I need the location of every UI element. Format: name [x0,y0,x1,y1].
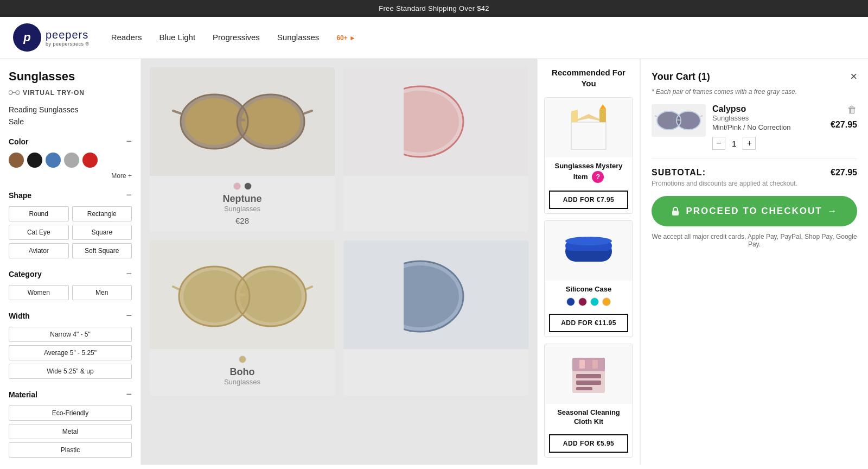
rec-mystery-add-btn[interactable]: ADD FOR €7.95 [549,191,628,209]
rec-kit-info: Seasonal Cleaning Cloth Kit [545,404,633,434]
product-neptune-image [150,67,335,176]
product-partial-2-info [343,349,528,362]
cart-item-calypso-img [652,104,706,137]
case-color-maroon[interactable] [578,297,587,306]
cart-close-button[interactable]: × [850,69,857,84]
material-filter-header[interactable]: Material − [9,389,132,400]
rec-kit-name: Seasonal Cleaning Cloth Kit [549,408,628,427]
material-list: Eco-Friendly Metal Plastic [9,405,132,458]
svg-rect-42 [579,360,585,369]
svg-line-21 [306,287,312,289]
width-filter-header[interactable]: Width − [9,310,132,321]
product-partial-1-info [343,176,528,189]
width-list: Narrow 4" - 5" Average 5" - 5.25" Wide 5… [9,327,132,379]
material-collapse[interactable]: − [126,389,132,400]
partial-blue-svg [404,254,469,335]
svg-line-9 [304,111,312,113]
rec-kit-add-btn[interactable]: ADD FOR €5.95 [549,434,628,453]
category-filter-header[interactable]: Category − [9,268,132,280]
product-neptune[interactable]: Neptune Sunglasses €28 [150,67,335,232]
material-plastic[interactable]: Plastic [9,442,132,458]
cart-delete-btn[interactable]: 🗑 [847,104,857,116]
material-metal[interactable]: Metal [9,424,132,439]
nav-blue-light[interactable]: Blue Light [159,33,195,42]
rec-kit-img [545,344,633,404]
width-filter-section: Width − Narrow 4" - 5" Average 5" - 5.25… [9,310,132,379]
neptune-color-pink[interactable] [233,182,241,190]
logo-icon: p [13,23,41,52]
neptune-price: €28 [156,216,328,225]
sidebar-reading-sunglasses[interactable]: Reading Sunglasses [9,105,132,114]
svg-rect-40 [576,381,601,385]
category-women[interactable]: Women [9,285,69,300]
category-filter-section: Category − Women Men [9,268,132,300]
color-label: Color [9,137,29,146]
rec-item-mystery: Sunglasses Mystery Item ? ADD FOR €7.95 [544,97,633,214]
boho-glasses-svg [172,254,313,335]
shape-soft-square[interactable]: Soft Square [72,243,132,258]
color-collapse[interactable]: − [126,136,132,147]
cart-item-price: €27.95 [831,120,857,130]
product-boho[interactable]: Boho Sunglasses [150,240,335,396]
qty-decrease-btn[interactable]: − [712,137,725,150]
case-color-teal[interactable] [590,297,599,306]
logo[interactable]: p peepers by peeperspecs ® [13,23,90,52]
shape-aviator[interactable]: Aviator [9,243,69,258]
category-collapse[interactable]: − [126,268,132,280]
sidebar-sale[interactable]: Sale [9,117,132,126]
swatch-brown[interactable] [9,153,24,168]
shape-round[interactable]: Round [9,206,69,221]
product-boho-image [150,240,335,349]
checkout-button[interactable]: PROCEED TO CHECKOUT → [652,196,857,226]
cart-item-calypso-variant: Mint/Pink / No Correction [712,123,824,131]
case-svg [564,236,613,265]
swatch-black[interactable] [27,153,42,168]
width-collapse[interactable]: − [126,310,132,321]
rec-case-name: Silicone Case [549,285,628,294]
rec-kit-add-container: ADD FOR €5.95 [545,434,633,457]
shape-cat-eye[interactable]: Cat Eye [9,225,69,240]
rec-item-kit: Seasonal Cleaning Cloth Kit ADD FOR €5.9… [544,344,633,458]
rec-title: Recommended For You [544,67,633,88]
case-color-navy[interactable] [566,297,575,306]
nav-sunglasses[interactable]: Sunglasses [277,33,320,42]
cart-item-calypso: Calypso Sunglasses Mint/Pink / No Correc… [652,104,857,159]
product-partial-2-image [343,240,528,349]
nav-progressives[interactable]: Progressives [213,33,260,42]
svg-line-20 [173,287,179,289]
qty-increase-btn[interactable]: + [743,137,756,150]
cart-item-right: 🗑 €27.95 [831,104,857,130]
qty-value: 1 [732,139,736,148]
category-men[interactable]: Men [72,285,132,300]
neptune-color-black[interactable] [244,182,252,190]
neptune-type: Sunglasses [156,205,328,213]
rec-case-add-btn[interactable]: ADD FOR €11.95 [549,314,628,332]
case-color-orange[interactable] [602,297,611,306]
sidebar-title: Sunglasses [9,69,132,84]
color-more-link[interactable]: More + [9,172,132,180]
width-average[interactable]: Average 5" - 5.25" [9,345,132,360]
shape-square[interactable]: Square [72,225,132,240]
checkout-arrow: → [828,206,838,217]
swatch-gray[interactable] [64,153,79,168]
swatch-red[interactable] [82,153,98,168]
cart-header: Your Cart (1) × [652,69,857,84]
swatch-blue[interactable] [46,153,61,168]
shape-collapse[interactable]: − [126,189,132,201]
shape-rectangle[interactable]: Rectangle [72,206,132,221]
shape-filter-header[interactable]: Shape − [9,189,132,201]
svg-point-6 [241,98,300,145]
kit-svg [570,352,608,396]
boho-color-gold[interactable] [239,356,246,363]
main-layout: Sunglasses VIRTUAL TRY-ON Reading Sungla… [0,59,868,465]
width-wide[interactable]: Wide 5.25" & up [9,364,132,379]
lock-icon [671,206,680,216]
product-partial-2[interactable] [343,240,528,396]
nav-readers[interactable]: Readers [111,33,142,42]
color-filter-header[interactable]: Color − [9,136,132,147]
virtual-try-on[interactable]: VIRTUAL TRY-ON [9,89,132,97]
product-partial-1[interactable] [343,67,528,232]
material-eco[interactable]: Eco-Friendly [9,405,132,421]
svg-rect-52 [672,211,679,216]
width-narrow[interactable]: Narrow 4" - 5" [9,327,132,342]
